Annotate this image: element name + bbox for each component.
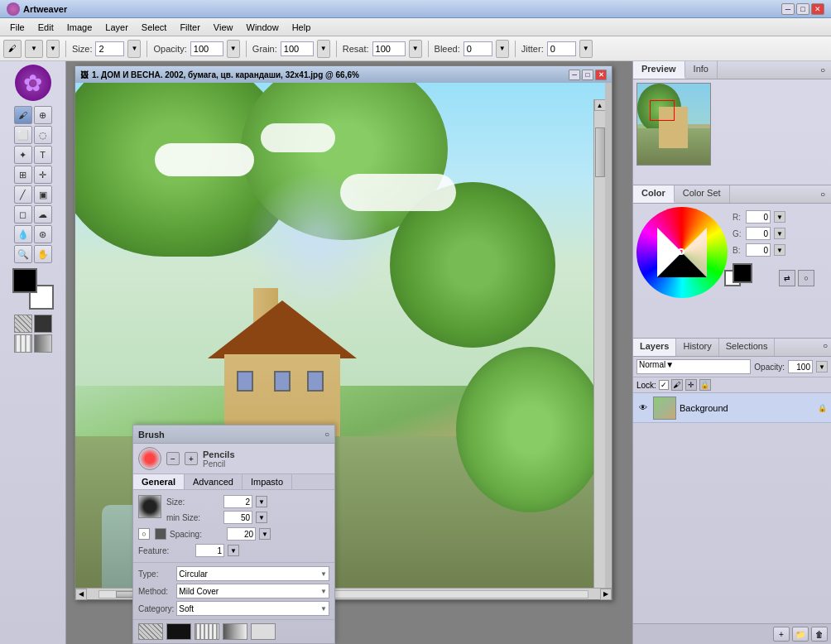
- blend-mode-dropdown[interactable]: Normal▼: [636, 359, 751, 374]
- menu-file[interactable]: File: [3, 21, 31, 34]
- tab-history[interactable]: History: [676, 339, 718, 356]
- reset-colors-button[interactable]: ○: [798, 270, 814, 286]
- preview-config-button[interactable]: ○: [814, 61, 831, 78]
- tool-eraser[interactable]: ◻: [14, 205, 32, 223]
- brush-plus-button[interactable]: +: [185, 452, 198, 465]
- maximize-button[interactable]: □: [796, 3, 809, 15]
- tool-blur[interactable]: ⊛: [34, 225, 52, 243]
- feature-arrow[interactable]: ▼: [228, 545, 239, 556]
- size-input[interactable]: [95, 41, 124, 56]
- resat-dropdown[interactable]: ▼: [409, 40, 422, 58]
- brush-config-button[interactable]: ○: [324, 430, 329, 439]
- brush-size-input[interactable]: [223, 495, 252, 508]
- lock-icon-all[interactable]: 🔒: [699, 379, 711, 391]
- color-config-button[interactable]: ○: [814, 185, 831, 202]
- swatch-4[interactable]: [223, 623, 247, 640]
- tab-selections[interactable]: Selections: [719, 339, 776, 356]
- fg-color-swatch[interactable]: [733, 263, 752, 283]
- brush-tab-impasto[interactable]: Impasto: [243, 474, 292, 489]
- color-wheel[interactable]: [636, 207, 728, 298]
- scroll-left-button[interactable]: ◀: [75, 589, 87, 600]
- lock-icon-move[interactable]: ✛: [685, 379, 697, 391]
- menu-view[interactable]: View: [207, 21, 240, 34]
- g-input[interactable]: [746, 227, 771, 240]
- menu-filter[interactable]: Filter: [173, 21, 206, 34]
- resat-input[interactable]: [372, 41, 406, 56]
- opacity-arrow[interactable]: ▼: [816, 361, 828, 372]
- texture-3[interactable]: [14, 334, 32, 353]
- swatch-3[interactable]: [195, 623, 219, 640]
- b-input[interactable]: [746, 243, 771, 257]
- grain-input[interactable]: [281, 41, 314, 56]
- tool-move[interactable]: ✛: [34, 166, 52, 184]
- r-input[interactable]: [746, 210, 771, 223]
- menu-window[interactable]: Window: [240, 21, 286, 34]
- new-layer-button[interactable]: +: [773, 627, 790, 642]
- texture-2[interactable]: [34, 315, 52, 333]
- brush-min-size-input[interactable]: [223, 511, 252, 524]
- opacity-input[interactable]: [190, 41, 223, 56]
- tool-grid[interactable]: ⊞: [14, 166, 32, 184]
- opacity-dropdown[interactable]: ▼: [227, 40, 240, 58]
- tool-text[interactable]: T: [34, 146, 52, 164]
- r-arrow[interactable]: ▼: [774, 211, 785, 223]
- tool-eyedropper[interactable]: 💧: [14, 225, 32, 243]
- tab-color[interactable]: Color: [633, 185, 675, 203]
- tool-magic-wand[interactable]: ✦: [14, 146, 32, 164]
- menu-layer[interactable]: Layer: [98, 21, 135, 34]
- layer-visibility-icon[interactable]: 👁: [636, 401, 650, 415]
- spacing-check2[interactable]: [155, 528, 166, 540]
- tool-line[interactable]: ╱: [14, 185, 32, 204]
- tab-layers[interactable]: Layers: [633, 339, 676, 356]
- brush-min-size-arrow[interactable]: ▼: [256, 512, 267, 523]
- scroll-up-button[interactable]: ▲: [594, 99, 606, 111]
- brush-arrow[interactable]: ▼: [46, 40, 60, 58]
- opacity-input[interactable]: [788, 360, 813, 373]
- scroll-thumb-vertical[interactable]: [595, 127, 605, 177]
- tab-preview[interactable]: Preview: [633, 61, 685, 79]
- bleed-dropdown[interactable]: ▼: [496, 40, 509, 58]
- tool-brush[interactable]: 🖌: [14, 106, 32, 124]
- delete-layer-button[interactable]: 🗑: [811, 627, 828, 642]
- tool-zoom[interactable]: 🔍: [14, 245, 32, 263]
- brush-tab-advanced[interactable]: Advanced: [185, 474, 243, 489]
- layers-config-button[interactable]: ○: [819, 339, 831, 356]
- doc-maximize[interactable]: □: [582, 70, 593, 80]
- color-indicator[interactable]: [678, 248, 684, 255]
- tool-selection-rect[interactable]: ⬜: [14, 126, 32, 144]
- new-folder-button[interactable]: 📁: [792, 627, 809, 642]
- brush-options[interactable]: ▼: [25, 40, 43, 58]
- close-button[interactable]: ✕: [811, 3, 824, 15]
- texture-4[interactable]: [34, 334, 52, 353]
- layer-background-row[interactable]: 👁 Background 🔒: [633, 393, 831, 423]
- vertical-scrollbar[interactable]: ▲ ▼: [593, 99, 605, 588]
- brush-tab-general[interactable]: General: [133, 474, 185, 489]
- feature-input[interactable]: [195, 544, 224, 557]
- tool-clone[interactable]: ⊕: [34, 106, 52, 124]
- jitter-dropdown[interactable]: ▼: [579, 40, 593, 58]
- method-dropdown[interactable]: Mild Cover ▼: [176, 584, 329, 598]
- texture-1[interactable]: [14, 315, 32, 333]
- size-dropdown[interactable]: ▼: [127, 40, 141, 58]
- category-dropdown[interactable]: Soft ▼: [176, 601, 329, 616]
- type-dropdown[interactable]: Circular ▼: [176, 566, 329, 581]
- tool-lasso[interactable]: ◌: [34, 126, 52, 144]
- swap-colors-button[interactable]: ⇄: [779, 270, 795, 286]
- menu-help[interactable]: Help: [286, 21, 318, 34]
- scroll-right-button[interactable]: ▶: [600, 589, 612, 600]
- minimize-button[interactable]: ─: [781, 3, 795, 15]
- spacing-check[interactable]: ○: [138, 528, 150, 540]
- brush-selector[interactable]: 🖌: [3, 40, 22, 58]
- menu-image[interactable]: Image: [60, 21, 99, 34]
- swatch-1[interactable]: [138, 623, 163, 640]
- tool-fill[interactable]: ▣: [34, 185, 52, 204]
- g-arrow[interactable]: ▼: [774, 228, 785, 239]
- doc-close[interactable]: ✕: [595, 70, 607, 80]
- brush-size-arrow[interactable]: ▼: [256, 496, 267, 507]
- spacing-arrow[interactable]: ▼: [259, 528, 271, 540]
- jitter-input[interactable]: [547, 41, 576, 56]
- brush-minus-button[interactable]: −: [166, 452, 180, 465]
- tab-color-set[interactable]: Color Set: [675, 185, 730, 203]
- tool-pan[interactable]: ✋: [34, 245, 52, 263]
- doc-minimize[interactable]: ─: [569, 70, 580, 80]
